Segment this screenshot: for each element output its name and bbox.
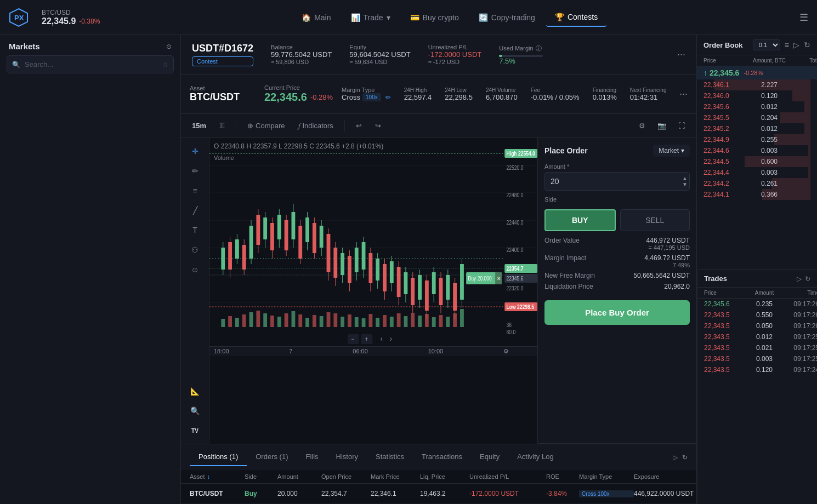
- fullscreen-icon[interactable]: ⛶: [674, 119, 690, 132]
- th-roe: ROE: [546, 473, 579, 480]
- trade-row: 22,343.5 0.003 09:17:25: [697, 353, 817, 364]
- settings-icon[interactable]: ⚙: [634, 119, 650, 132]
- indicators-btn[interactable]: 𝑓 Indicators: [294, 119, 338, 133]
- undo-btn[interactable]: ↩: [351, 119, 366, 132]
- tab-fills[interactable]: Fills: [297, 448, 327, 466]
- free-margin-row: New Free Margin 50,665.5642 USDT: [544, 272, 690, 279]
- markets-title: Markets: [9, 42, 40, 51]
- ob-row: 22,344.6 0.003 2.833: [697, 145, 817, 156]
- sort-icon[interactable]: ↕: [207, 473, 211, 480]
- pnl-group: Unrealized P/L -172.0000 USDT ≈ -172 USD: [428, 44, 482, 65]
- camera-icon[interactable]: 📷: [653, 119, 671, 132]
- order-book-section: Order Book 0.1 ≡ ▷ ↻ Price Amount, BTC T…: [697, 35, 817, 270]
- svg-text:36: 36: [507, 322, 512, 328]
- nav-item-trade[interactable]: 📊 Trade ▾: [342, 9, 399, 26]
- refresh-icon[interactable]: ↻: [682, 454, 688, 461]
- nav-item-main[interactable]: 🏠 Main: [293, 9, 339, 26]
- trophy-icon: 🏆: [555, 13, 564, 21]
- tab-history[interactable]: History: [327, 448, 367, 466]
- current-price: 22,345.6: [264, 91, 307, 104]
- compare-btn[interactable]: ⊕ Compare: [243, 119, 289, 132]
- more-dots-btn[interactable]: ···: [677, 49, 685, 60]
- time-label-1000: 10:00: [428, 348, 444, 355]
- text-tool[interactable]: T: [185, 221, 205, 239]
- bottom-tab-controls: ▷ ↻: [673, 454, 688, 461]
- nav-item-buy-crypto[interactable]: 💳 Buy crypto: [401, 9, 468, 26]
- search-box: 🔍 ☆: [7, 55, 174, 73]
- tab-activity-log[interactable]: Activity Log: [508, 448, 562, 466]
- pnl-sub: ≈ -172 USD: [428, 59, 482, 65]
- chart-settings-icon[interactable]: ⚙: [503, 348, 509, 355]
- svg-text:High 22554.0: High 22554.0: [507, 151, 535, 157]
- crosshair-tool[interactable]: ✛: [185, 142, 205, 160]
- market-stats: 24H High 22,597.4 24H Low 22,298.5 24H V…: [404, 87, 667, 101]
- timeframe-btn[interactable]: 15m: [188, 119, 211, 132]
- emoji-tool[interactable]: ☺: [185, 261, 205, 278]
- th-open-price: Open Price: [321, 473, 371, 480]
- trades-play-icon[interactable]: ▷: [797, 275, 802, 283]
- order-value-sub: = 447,195 USD: [648, 244, 690, 251]
- current-price-label: Current Price: [264, 84, 333, 91]
- buy-button[interactable]: BUY: [544, 209, 616, 231]
- financing-label: Financing: [593, 87, 617, 93]
- high-stat: 24H High 22,597.4: [404, 87, 432, 101]
- arrow-down-icon[interactable]: ▼: [682, 182, 688, 187]
- chart-main: O 22340.8 H 22357.9 L 22298.5 C 22345.6 …: [209, 138, 537, 444]
- amount-arrows: ▲ ▼: [682, 176, 688, 187]
- hamburger-menu[interactable]: ☰: [799, 12, 808, 24]
- tab-positions[interactable]: Positions (1): [190, 448, 247, 466]
- svg-rect-98: [292, 311, 296, 327]
- tv-logo: TV: [185, 422, 205, 439]
- zoom-tool[interactable]: 🔍: [185, 402, 205, 420]
- trades-title: Trades: [704, 274, 727, 283]
- redo-btn[interactable]: ↪: [371, 119, 385, 132]
- asset-more-btn[interactable]: ···: [679, 88, 688, 100]
- trades-time-header: Time: [781, 290, 817, 296]
- ob-play-icon[interactable]: ▷: [793, 41, 799, 49]
- nav-item-copy-trading[interactable]: 🔄 Copy-trading: [470, 9, 544, 26]
- high-label: 24H High: [404, 87, 432, 93]
- tab-statistics[interactable]: Statistics: [367, 448, 413, 466]
- edit-icon[interactable]: ✏: [385, 94, 391, 101]
- amount-input[interactable]: [544, 172, 690, 191]
- tab-transactions[interactable]: Transactions: [413, 448, 471, 466]
- right-panel: Order Book 0.1 ≡ ▷ ↻ Price Amount, BTC T…: [696, 35, 817, 504]
- svg-text:22520.0: 22520.0: [507, 165, 524, 171]
- logo[interactable]: PX: [9, 8, 29, 27]
- arrow-up-icon[interactable]: ▲: [682, 176, 688, 181]
- td-side: Buy: [245, 490, 277, 497]
- measure-tool[interactable]: 📐: [185, 382, 205, 400]
- svg-rect-100: [305, 318, 309, 327]
- svg-rect-112: [390, 317, 394, 327]
- ob-row: 22,344.1 0.366 4.063: [697, 189, 817, 200]
- svg-text:22400.0: 22400.0: [507, 247, 524, 253]
- balance-sub: ≈ 59,806 USD: [271, 59, 332, 65]
- place-buy-order-button[interactable]: Place Buy Order: [544, 300, 690, 325]
- trades-settings-icon[interactable]: ↻: [805, 275, 810, 283]
- markets-dropdown-icon[interactable]: ⊙: [166, 43, 172, 50]
- svg-rect-110: [376, 318, 379, 327]
- svg-rect-91: [242, 314, 246, 327]
- nav-item-contests[interactable]: 🏆 Contests: [546, 8, 606, 27]
- pattern-tool[interactable]: ⚇: [185, 241, 205, 259]
- chart-type-icon[interactable]: 𝕀𝕀: [215, 119, 229, 132]
- low-label: 24H Low: [445, 87, 473, 93]
- tab-equity[interactable]: Equity: [471, 448, 508, 466]
- ob-row: 22,344.5 0.600 3.433: [697, 156, 817, 167]
- ob-pause-icon[interactable]: ↻: [804, 41, 810, 49]
- amount-label: Amount *: [544, 163, 690, 170]
- draw-tool[interactable]: ✏: [185, 162, 205, 180]
- sell-button[interactable]: SELL: [620, 209, 690, 231]
- star-icon[interactable]: ☆: [162, 61, 168, 68]
- ob-size-select[interactable]: 0.1: [753, 39, 780, 50]
- play-icon[interactable]: ▷: [673, 454, 678, 461]
- tab-orders[interactable]: Orders (1): [247, 448, 297, 466]
- po-market-select[interactable]: Market ▾: [653, 145, 690, 157]
- equity-group: Equity 59,604.5042 USDT ≈ 59,634 USD: [349, 44, 410, 65]
- ob-rows: 22,346.1 2.227 2.227 22,346.0 0.120 2.34…: [697, 79, 817, 211]
- ob-list-icon[interactable]: ≡: [785, 41, 789, 49]
- balance-label: Balance: [271, 44, 332, 50]
- search-input[interactable]: [7, 55, 174, 73]
- pencil-tool[interactable]: ╱: [185, 202, 205, 219]
- line-tool[interactable]: ≡: [185, 182, 205, 199]
